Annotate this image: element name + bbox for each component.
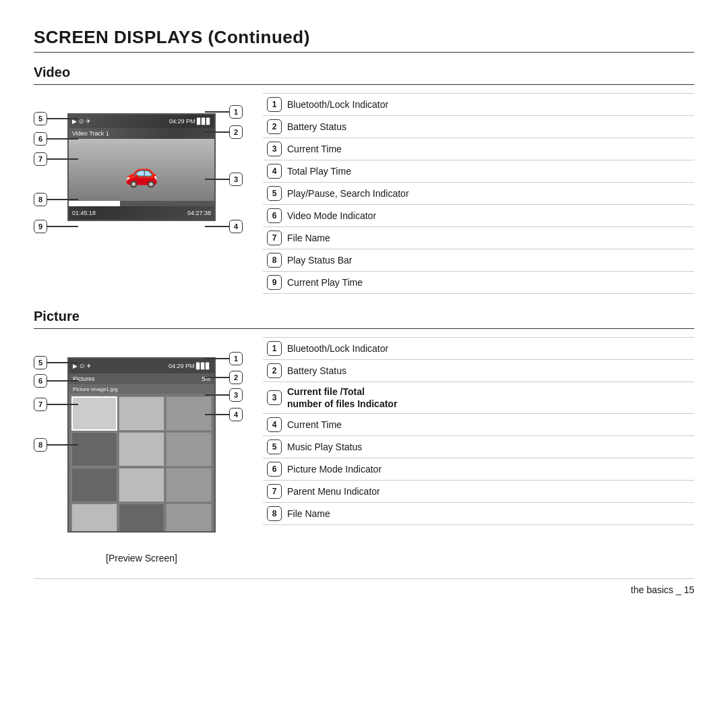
legend-row-picture-1: 1Bluetooth/Lock Indicator bbox=[263, 338, 694, 360]
legend-cell-video-2: 2Battery Status bbox=[267, 119, 690, 134]
legend-badge-video-7: 7 bbox=[267, 231, 282, 245]
pic-cell-5 bbox=[119, 432, 164, 466]
callout-8: 8 bbox=[34, 193, 78, 206]
legend-text-picture-5: Music Play Status bbox=[287, 441, 362, 453]
pcallout-line-5 bbox=[47, 362, 78, 363]
pic-cell-1 bbox=[71, 396, 117, 431]
legend-text-picture-4: Current Time bbox=[287, 419, 342, 431]
video-time-battery: 04:29 PM ▊▊▊ bbox=[169, 118, 211, 125]
legend-text-picture-2: Battery Status bbox=[287, 365, 346, 377]
callout-4: 4 bbox=[205, 220, 243, 233]
legend-row-video-6: 6Video Mode Indicator bbox=[263, 205, 694, 227]
title-divider bbox=[34, 52, 694, 53]
legend-cell-picture-6: 6Picture Mode Indicator bbox=[267, 462, 690, 477]
legend-row-video-7: 7File Name bbox=[263, 227, 694, 249]
pic-time: 04:29 PM ▊▊▊ bbox=[169, 363, 210, 369]
callout-line-6 bbox=[47, 138, 78, 140]
legend-badge-picture-6: 6 bbox=[267, 462, 282, 477]
legend-row-video-2: 2Battery Status bbox=[263, 116, 694, 138]
page: SCREEN DISPLAYS (Continued) Video ▶ ⊙ ✈ … bbox=[0, 0, 728, 728]
legend-cell-picture-5: 5Music Play Status bbox=[267, 439, 690, 454]
pic-cell-12 bbox=[166, 504, 212, 533]
legend-badge-video-8: 8 bbox=[267, 253, 282, 268]
video-total-time: 04:27:38 bbox=[187, 210, 211, 216]
legend-text-video-1: Bluetooth/Lock Indicator bbox=[287, 98, 388, 111]
legend-text-picture-8: File Name bbox=[287, 508, 330, 520]
video-diagram: ▶ ⊙ ✈ 04:29 PM ▊▊▊ Video Track 1 🚗 bbox=[34, 93, 243, 248]
callout-label-9: 9 bbox=[34, 220, 47, 233]
video-bottom-bar: 01:45:18 04:27:38 bbox=[69, 206, 214, 220]
picture-section: Picture ▶ ⊙ ✈ 04:29 PM ▊▊▊ Pictures 5/8 bbox=[34, 309, 694, 564]
pcallout-1: 1 bbox=[205, 352, 243, 365]
legend-badge-picture-5: 5 bbox=[267, 439, 282, 454]
legend-text-video-8: Play Status Bar bbox=[287, 254, 353, 266]
video-screen-inner: ▶ ⊙ ✈ 04:29 PM ▊▊▊ Video Track 1 🚗 bbox=[69, 115, 214, 220]
pic-cell-4 bbox=[71, 432, 117, 466]
callout-line-4 bbox=[205, 226, 229, 227]
legend-badge-picture-3: 3 bbox=[267, 390, 282, 405]
video-section: Video ▶ ⊙ ✈ 04:29 PM ▊▊▊ Video Track bbox=[34, 65, 694, 294]
legend-text-picture-1: Bluetooth/Lock Indicator bbox=[287, 342, 388, 355]
legend-text-video-9: Current Play Time bbox=[287, 276, 363, 289]
pcallout-3: 3 bbox=[205, 388, 243, 402]
pcallout-line-8 bbox=[47, 444, 78, 446]
video-diagram-side: ▶ ⊙ ✈ 04:29 PM ▊▊▊ Video Track 1 🚗 bbox=[34, 93, 249, 248]
legend-row-picture-2: 2Battery Status bbox=[263, 360, 694, 382]
legend-badge-video-4: 4 bbox=[267, 164, 282, 179]
pcallout-line-1 bbox=[205, 358, 229, 359]
pic-cell-9 bbox=[166, 468, 212, 502]
pcallout-label-3: 3 bbox=[229, 388, 243, 402]
pcallout-line-2 bbox=[205, 377, 229, 378]
pcallout-label-5: 5 bbox=[34, 356, 47, 369]
video-section-title: Video bbox=[34, 65, 694, 80]
legend-row-video-9: 9Current Play Time bbox=[263, 272, 694, 294]
video-title-bar: Video Track 1 bbox=[69, 128, 214, 139]
legend-cell-picture-1: 1Bluetooth/Lock Indicator bbox=[267, 341, 690, 356]
pcallout-label-6: 6 bbox=[34, 374, 47, 388]
pic-cell-6 bbox=[166, 432, 212, 466]
callout-line-8 bbox=[47, 199, 78, 200]
callout-7: 7 bbox=[34, 152, 78, 166]
pcallout-label-4: 4 bbox=[229, 408, 243, 421]
callout-label-3: 3 bbox=[229, 173, 243, 186]
legend-badge-picture-2: 2 bbox=[267, 363, 282, 378]
legend-cell-video-3: 3Current Time bbox=[267, 142, 690, 156]
picture-diagram-side: ▶ ⊙ ✈ 04:29 PM ▊▊▊ Pictures 5/8 Picture … bbox=[34, 337, 249, 564]
pic-cell-8 bbox=[119, 468, 164, 502]
video-current-time: 01:45:18 bbox=[72, 210, 96, 216]
callout-label-1: 1 bbox=[229, 105, 243, 119]
pic-cell-10 bbox=[71, 504, 117, 533]
callout-3: 3 bbox=[205, 173, 243, 186]
pic-label-bar: Pictures 5/8 bbox=[69, 373, 214, 384]
pcallout-label-7: 7 bbox=[34, 398, 47, 411]
pcallout-line-3 bbox=[205, 394, 229, 396]
video-legend: 1Bluetooth/Lock Indicator2Battery Status… bbox=[263, 93, 694, 294]
legend-badge-video-1: 1 bbox=[267, 97, 282, 112]
callout-line-9 bbox=[47, 226, 78, 227]
legend-cell-video-1: 1Bluetooth/Lock Indicator bbox=[267, 97, 690, 112]
legend-row-video-4: 4Total Play Time bbox=[263, 160, 694, 183]
video-content: ▶ ⊙ ✈ 04:29 PM ▊▊▊ Video Track 1 🚗 bbox=[34, 93, 694, 294]
pcallout-label-8: 8 bbox=[34, 438, 47, 452]
legend-badge-video-6: 6 bbox=[267, 208, 282, 223]
callout-1: 1 bbox=[205, 105, 243, 119]
callout-label-7: 7 bbox=[34, 152, 47, 166]
pcallout-label-2: 2 bbox=[229, 371, 243, 384]
pcallout-7: 7 bbox=[34, 398, 78, 411]
legend-text-video-6: Video Mode Indicator bbox=[287, 210, 376, 222]
pcallout-4: 4 bbox=[205, 408, 243, 421]
callout-line-3 bbox=[205, 179, 229, 180]
video-car-area: 🚗 bbox=[69, 139, 214, 206]
legend-badge-picture-8: 8 bbox=[267, 506, 282, 521]
legend-badge-video-9: 9 bbox=[267, 275, 282, 290]
legend-text-picture-6: Picture Mode Indicator bbox=[287, 463, 382, 475]
pcallout-line-6 bbox=[47, 380, 78, 382]
legend-cell-video-7: 7File Name bbox=[267, 231, 690, 245]
video-section-rule bbox=[34, 84, 694, 85]
callout-label-4: 4 bbox=[229, 220, 243, 233]
pcallout-line-4 bbox=[205, 414, 229, 415]
legend-row-picture-4: 4Current Time bbox=[263, 414, 694, 436]
legend-badge-picture-7: 7 bbox=[267, 484, 282, 499]
callout-line-7 bbox=[47, 158, 78, 160]
legend-row-video-8: 8Play Status Bar bbox=[263, 249, 694, 272]
